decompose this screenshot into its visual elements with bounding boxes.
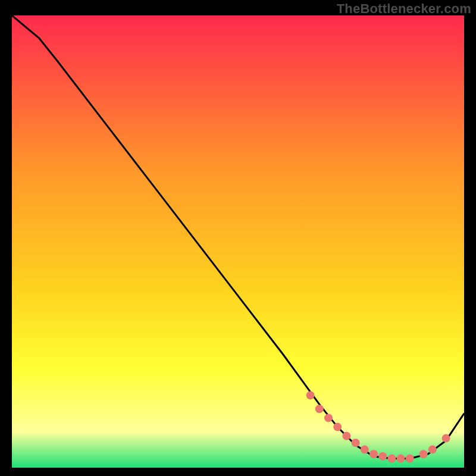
data-marker xyxy=(406,455,414,463)
data-marker xyxy=(306,391,315,399)
data-marker xyxy=(369,450,378,458)
data-marker xyxy=(352,439,360,447)
data-marker xyxy=(419,450,428,458)
data-marker xyxy=(428,446,437,454)
chart-svg xyxy=(12,15,464,468)
data-marker xyxy=(378,452,387,461)
data-marker xyxy=(342,432,350,440)
chart-frame: TheBottlenecker.com xyxy=(0,0,476,476)
data-marker xyxy=(397,455,405,463)
watermark-text: TheBottlenecker.com xyxy=(337,1,471,17)
data-marker xyxy=(361,446,369,454)
data-marker xyxy=(387,455,396,463)
data-marker xyxy=(315,405,324,413)
gradient-background xyxy=(12,15,464,468)
plot-area xyxy=(12,15,464,468)
data-marker xyxy=(333,423,342,431)
data-marker xyxy=(442,434,450,443)
data-marker xyxy=(324,414,333,422)
